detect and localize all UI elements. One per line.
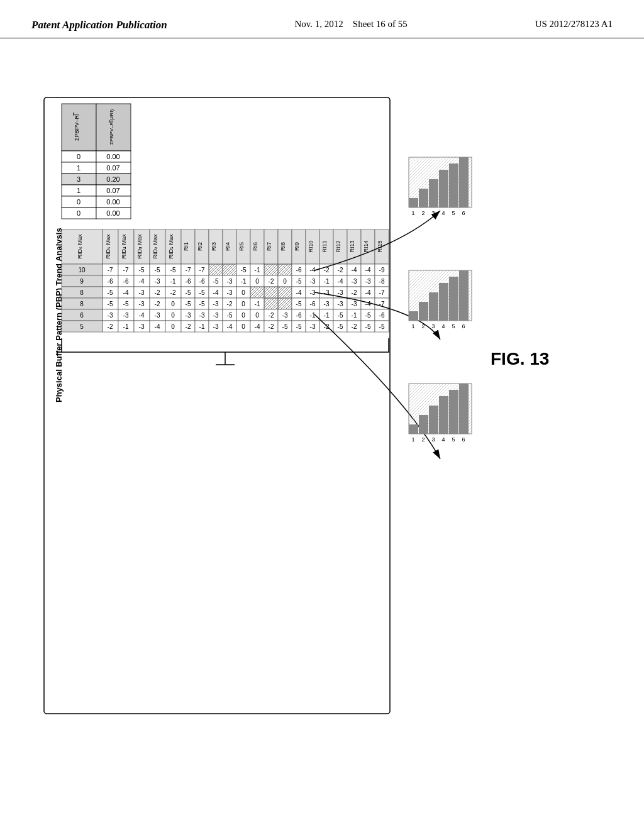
svg-rect-347 xyxy=(459,384,469,434)
svg-rect-94 xyxy=(278,264,292,275)
svg-rect-244 xyxy=(195,309,209,321)
svg-text:-4: -4 xyxy=(352,267,357,274)
svg-text:ΣPBPV–RI̅(#RI): ΣPBPV–RI̅(#RI) xyxy=(109,109,114,145)
svg-rect-258 xyxy=(292,309,306,321)
svg-text:3: 3 xyxy=(431,436,435,443)
svg-text:-4: -4 xyxy=(338,278,343,285)
svg-rect-278 xyxy=(134,321,150,332)
svg-rect-208 xyxy=(223,298,236,309)
svg-text:RI15: RI15 xyxy=(377,240,383,252)
svg-text:-4: -4 xyxy=(155,323,160,330)
svg-text:0: 0 xyxy=(77,209,80,217)
svg-text:-5: -5 xyxy=(379,323,385,330)
svg-text:0: 0 xyxy=(242,301,245,307)
svg-rect-329 xyxy=(409,311,418,321)
svg-text:-3: -3 xyxy=(139,323,145,330)
svg-text:RI14: RI14 xyxy=(363,240,369,252)
svg-text:-5: -5 xyxy=(139,267,145,274)
svg-text:0: 0 xyxy=(171,323,175,330)
svg-rect-37 xyxy=(150,230,165,264)
svg-rect-59 xyxy=(306,230,319,264)
svg-text:RI9: RI9 xyxy=(294,242,300,251)
publication-date: Nov. 1, 2012 Sheet 16 of 55 xyxy=(294,19,407,30)
svg-rect-35 xyxy=(134,230,150,264)
svg-text:4: 4 xyxy=(441,323,445,329)
svg-rect-45 xyxy=(209,230,223,264)
svg-text:6: 6 xyxy=(462,436,465,443)
svg-rect-256 xyxy=(278,309,292,321)
svg-rect-215 xyxy=(278,298,292,309)
svg-rect-157 xyxy=(134,287,150,298)
svg-text:-3: -3 xyxy=(123,312,129,319)
svg-rect-115 xyxy=(134,275,150,287)
svg-rect-319 xyxy=(439,170,448,208)
svg-rect-252 xyxy=(250,309,264,321)
svg-text:0: 0 xyxy=(171,312,175,319)
svg-rect-85 xyxy=(195,264,209,275)
svg-rect-220 xyxy=(319,298,333,309)
svg-rect-242 xyxy=(181,309,195,321)
svg-rect-139 xyxy=(306,275,319,287)
svg-text:RI1: RI1 xyxy=(183,242,189,251)
svg-text:-2: -2 xyxy=(170,289,176,296)
svg-rect-296 xyxy=(264,321,278,332)
svg-rect-91 xyxy=(250,264,264,275)
svg-rect-343 xyxy=(419,415,428,434)
svg-rect-334 xyxy=(459,270,469,321)
svg-rect-292 xyxy=(236,321,250,332)
svg-text:-3: -3 xyxy=(155,312,160,319)
svg-rect-342 xyxy=(409,424,418,434)
svg-text:-2: -2 xyxy=(324,267,330,274)
svg-text:RI13: RI13 xyxy=(349,240,355,252)
svg-text:5: 5 xyxy=(80,323,84,330)
svg-text:-6: -6 xyxy=(108,278,113,285)
svg-text:-3: -3 xyxy=(213,312,219,319)
svg-text:-7: -7 xyxy=(186,267,191,274)
svg-rect-280 xyxy=(150,321,165,332)
svg-text:-4: -4 xyxy=(227,323,233,330)
svg-rect-55 xyxy=(278,230,292,264)
svg-rect-294 xyxy=(250,321,264,332)
svg-text:-1: -1 xyxy=(241,278,247,285)
svg-rect-103 xyxy=(347,264,361,275)
svg-rect-302 xyxy=(306,321,319,332)
svg-rect-141 xyxy=(319,275,333,287)
svg-rect-174 xyxy=(264,287,278,298)
svg-text:4: 4 xyxy=(441,436,445,443)
svg-text:6: 6 xyxy=(462,323,465,329)
svg-rect-165 xyxy=(195,287,209,298)
svg-text:-5: -5 xyxy=(186,289,191,296)
svg-rect-173 xyxy=(250,287,264,298)
svg-rect-317 xyxy=(419,189,428,208)
svg-rect-260 xyxy=(306,309,319,321)
svg-rect-228 xyxy=(375,298,389,309)
svg-text:-3: -3 xyxy=(108,312,113,319)
svg-text:-3: -3 xyxy=(199,312,205,319)
svg-text:2: 2 xyxy=(421,323,425,329)
svg-rect-95 xyxy=(292,264,306,275)
svg-rect-39 xyxy=(165,230,181,264)
svg-rect-119 xyxy=(165,275,181,287)
svg-text:0: 0 xyxy=(242,312,245,319)
svg-rect-87 xyxy=(209,264,223,275)
svg-rect-178 xyxy=(306,287,319,298)
svg-text:-2: -2 xyxy=(352,323,357,330)
svg-text:-1: -1 xyxy=(170,278,176,285)
svg-text:0: 0 xyxy=(242,289,245,296)
publication-title: Patent Application Publication xyxy=(31,19,167,31)
svg-text:4: 4 xyxy=(441,210,445,216)
svg-text:1: 1 xyxy=(77,187,80,194)
svg-rect-212 xyxy=(250,298,264,309)
svg-text:-5: -5 xyxy=(199,289,205,296)
svg-text:-5: -5 xyxy=(227,312,233,319)
svg-rect-308 xyxy=(347,321,361,332)
svg-rect-250 xyxy=(236,309,250,321)
svg-rect-218 xyxy=(306,298,319,309)
svg-text:-3: -3 xyxy=(213,323,219,330)
svg-rect-69 xyxy=(375,230,389,264)
svg-text:-1: -1 xyxy=(123,323,129,330)
svg-text:-5: -5 xyxy=(170,267,176,274)
figure-svg: Physical Buffer Pattern (PBP) Trend Anal… xyxy=(38,94,604,786)
svg-text:-3: -3 xyxy=(186,312,191,319)
svg-rect-61 xyxy=(319,230,333,264)
